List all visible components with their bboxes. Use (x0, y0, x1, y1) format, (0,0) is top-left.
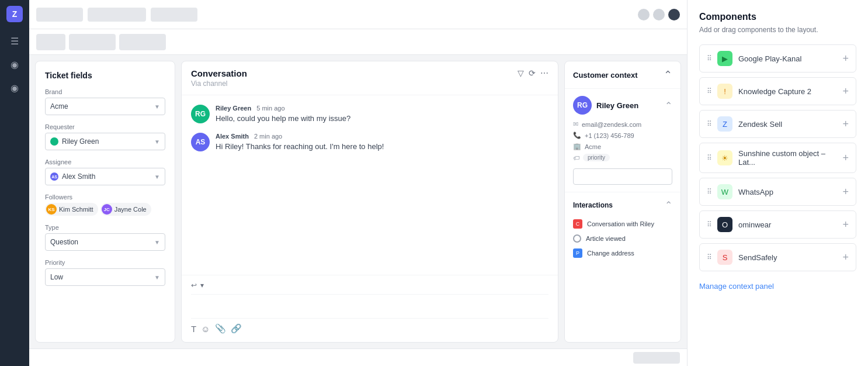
cx-customer-header: RG Riley Green ⌃ (573, 96, 672, 115)
comp-icon-1: ! (717, 84, 732, 99)
nav-icon-users[interactable]: ◉ (5, 78, 24, 97)
comp-label-4: WhatsApp (738, 188, 836, 196)
comp-icon-6: S (717, 250, 732, 265)
toolbar-attach-icon[interactable]: 📎 (215, 323, 226, 334)
nav-icon-home[interactable]: ☰ (5, 32, 24, 50)
manage-link[interactable]: Manage context panel (699, 282, 774, 291)
assignee-select[interactable]: AS Alex Smith ▼ (45, 168, 165, 185)
comp-add-btn-0[interactable]: + (842, 53, 849, 64)
comp-add-btn-3[interactable]: + (842, 153, 849, 163)
conversation-footer: ↩ ▾ T ☺ 📎 🔗 (182, 275, 558, 342)
comp-label-6: SendSafely (738, 253, 836, 262)
bottom-bar (29, 348, 687, 366)
type-select[interactable]: Question ▼ (45, 233, 165, 251)
top-tab-3[interactable] (151, 8, 197, 22)
requester-dot (50, 137, 58, 146)
comp-icon-4: W (717, 184, 732, 199)
priority-select[interactable]: Low ▼ (45, 268, 165, 286)
more-icon[interactable]: ⋯ (540, 68, 548, 78)
interaction-item-0: C Conversation with Riley (573, 216, 672, 232)
comp-label-3: Sunshine custom object – Lat... (738, 149, 836, 167)
conversation-messages: RG Riley Green 5 min ago Hello, could yo… (182, 95, 558, 275)
bottom-btn[interactable] (633, 352, 680, 364)
reply-area[interactable] (191, 295, 548, 318)
conversation-subtitle: Via channel (191, 80, 247, 88)
requester-label: Requester (45, 123, 165, 130)
cx-company: Acme (585, 143, 601, 150)
cx-header-actions: ⌃ (664, 68, 672, 81)
follower-chip-0: KS Kim Schmitt (45, 203, 98, 216)
component-item-3: ⠿ ☀ Sunshine custom object – Lat... + (699, 143, 856, 173)
comp-add-btn-4[interactable]: + (842, 187, 849, 197)
cx-expand-icon[interactable]: ⌃ (664, 68, 672, 81)
message-sender-0: Riley Green (216, 105, 251, 112)
conversation-title: Conversation (191, 68, 247, 78)
comp-add-btn-2[interactable]: + (842, 119, 849, 129)
followers-label: Followers (45, 194, 165, 201)
cx-interactions-title: Interactions (573, 201, 613, 209)
conv-toolbar: T ☺ 📎 🔗 (191, 318, 548, 336)
conversation-header: Conversation Via channel ▽ ⟳ ⋯ (182, 61, 558, 95)
comp-add-btn-5[interactable]: + (842, 219, 849, 230)
brand-select[interactable]: Acme ▼ (45, 98, 165, 115)
sub-btn-1[interactable] (36, 34, 65, 50)
cx-notes-input[interactable] (573, 168, 672, 185)
follower-avatar-0: KS (46, 204, 57, 215)
cx-customer-section: RG Riley Green ⌃ ✉ email@zendesk.com 📞 +… (565, 89, 680, 192)
filter-icon[interactable]: ▽ (518, 68, 524, 78)
comp-drag-4[interactable]: ⠿ (707, 188, 711, 196)
message-row-1: AS Alex Smith 2 min ago Hi Riley! Thanks… (191, 133, 548, 151)
cx-phone-row: 📞 +1 (123) 456-789 (573, 132, 672, 139)
requester-select[interactable]: Riley Green ▼ (45, 133, 165, 150)
history-icon[interactable]: ⟳ (529, 68, 536, 78)
component-item-5: ⠿ O ominwear + (699, 210, 856, 239)
comp-drag-3[interactable]: ⠿ (707, 154, 711, 162)
cx-title: Customer context (573, 71, 638, 80)
conversation-panel: Conversation Via channel ▽ ⟳ ⋯ RG Riley … (181, 61, 558, 343)
requester-arrow: ▼ (154, 139, 160, 145)
format-icon-reply[interactable]: ↩ (191, 281, 197, 289)
toolbar-emoji-icon[interactable]: ☺ (201, 324, 210, 334)
comp-drag-0[interactable]: ⠿ (707, 54, 711, 63)
component-item-2: ⠿ Z Zendesk Sell + (699, 110, 856, 138)
top-tab-2[interactable] (88, 8, 146, 22)
comp-drag-2[interactable]: ⠿ (707, 120, 711, 128)
interactions-collapse-icon[interactable]: ⌃ (665, 199, 672, 210)
message-sender-1: Alex Smith (216, 133, 249, 140)
nav-logo: Z (6, 6, 23, 22)
message-avatar-1: AS (191, 133, 210, 151)
sub-btn-2[interactable] (69, 34, 116, 50)
priority-field: Priority Low ▼ (45, 259, 165, 286)
comp-add-btn-1[interactable]: + (842, 86, 849, 96)
components-title: Components (699, 12, 856, 22)
comp-add-btn-6[interactable]: + (842, 252, 849, 263)
toolbar-text-icon[interactable]: T (191, 324, 196, 334)
conv-header-actions: ▽ ⟳ ⋯ (518, 68, 548, 78)
phone-icon: 📞 (573, 132, 581, 139)
format-bar: ↩ ▾ (191, 281, 548, 295)
tag-icon: 🏷 (573, 154, 579, 161)
cx-collapse-icon[interactable]: ⌃ (665, 100, 672, 111)
priority-arrow: ▼ (154, 274, 160, 281)
ticket-fields-title: Ticket fields (45, 71, 165, 80)
follower-name-0: Kim Schmitt (59, 206, 93, 213)
follower-name-1: Jayne Cole (114, 206, 147, 213)
interaction-icon-2: P (573, 248, 582, 258)
followers-field: Followers KS Kim Schmitt JC Jayne Cole (45, 194, 165, 216)
top-tab-1[interactable] (36, 8, 83, 22)
message-row-0: RG Riley Green 5 min ago Hello, could yo… (191, 105, 548, 123)
comp-drag-1[interactable]: ⠿ (707, 87, 711, 95)
message-avatar-0: RG (191, 105, 210, 123)
nav-icon-tickets[interactable]: ◉ (5, 55, 24, 74)
type-field: Type Question ▼ (45, 224, 165, 251)
toolbar-link-icon[interactable]: 🔗 (231, 323, 242, 334)
sub-bar (29, 29, 687, 55)
format-icon-dropdown[interactable]: ▾ (200, 281, 204, 289)
cx-avatar: RG (573, 96, 592, 115)
top-bar-circle-1 (638, 9, 650, 20)
sub-btn-3[interactable] (119, 34, 166, 50)
interaction-label-1: Article viewed (586, 235, 626, 242)
comp-drag-5[interactable]: ⠿ (707, 220, 711, 229)
component-list: ⠿ ▶ Google Play-Kanal + ⠿ ! Knowledge Ca… (699, 44, 856, 271)
comp-drag-6[interactable]: ⠿ (707, 253, 711, 261)
